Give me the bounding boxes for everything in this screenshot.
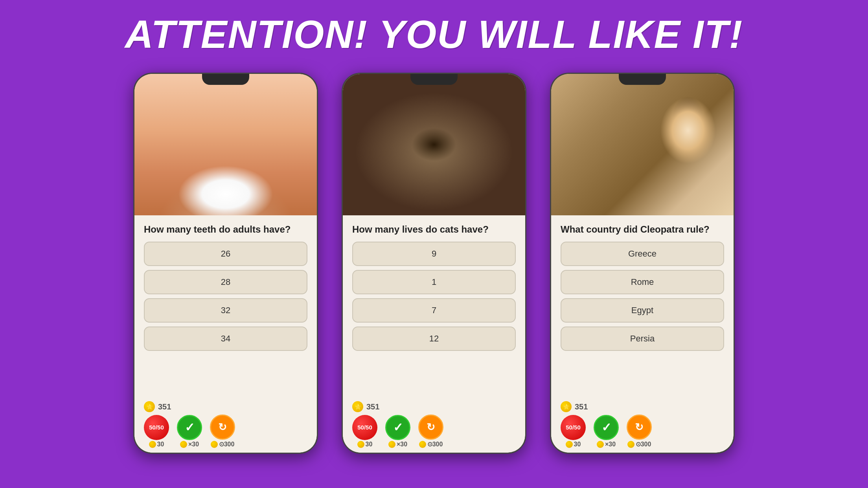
cleopatra-image: [551, 74, 734, 215]
phone-image-2: [343, 74, 525, 215]
cat-image: [343, 74, 525, 215]
answer-3-2[interactable]: Egypt: [561, 298, 724, 323]
answer-3-1[interactable]: Rome: [561, 270, 724, 294]
answer-2-3[interactable]: 12: [352, 327, 516, 351]
powerups-row-3: 50/50 30 ✓ ×30 ↻: [561, 415, 724, 448]
cost-label-5050-2: 30: [366, 441, 373, 448]
phone-screen-3: What country did Cleopatra rule? Greece …: [551, 74, 734, 453]
mini-coin-refresh-1: [211, 441, 218, 448]
powerup-check-1[interactable]: ✓ ×30: [177, 415, 202, 448]
phone-content-1: How many teeth do adults have? 26 28 32 …: [134, 215, 317, 398]
phone-3: What country did Cleopatra rule? Greece …: [550, 73, 735, 454]
phone-2: How many lives do cats have? 9 1 7 12 ⭐ …: [342, 73, 526, 454]
phone-footer-2: ⭐ 351 50/50 30 ✓ ×: [343, 398, 525, 453]
phone-notch-3: [619, 74, 666, 85]
powerup-5050-1[interactable]: 50/50 30: [144, 415, 169, 448]
phone-image-1: [134, 74, 317, 215]
answer-2-0[interactable]: 9: [352, 242, 516, 266]
badge-check-2[interactable]: ✓: [385, 415, 410, 440]
smile-image: [134, 74, 317, 215]
phone-footer-1: ⭐ 351 50/50 30 ✓ ×: [134, 398, 317, 453]
powerups-row-2: 50/50 30 ✓ ×30 ↻: [352, 415, 516, 448]
cost-check-1: ×30: [180, 441, 199, 448]
answer-2-1[interactable]: 1: [352, 270, 516, 294]
cost-label-refresh-3: ⊙300: [636, 440, 651, 448]
powerups-row-1: 50/50 30 ✓ ×30 ↻: [144, 415, 307, 448]
coins-row-3: ⭐ 351: [561, 401, 724, 412]
cost-label-check-2: ×30: [397, 441, 407, 448]
phone-notch-1: [202, 74, 249, 85]
badge-check-3[interactable]: ✓: [594, 415, 619, 440]
cost-label-5050-3: 30: [574, 441, 581, 448]
cost-refresh-3: ⊙300: [627, 440, 651, 448]
coin-icon-3: ⭐: [561, 401, 572, 412]
mini-coin-refresh-2: [419, 441, 426, 448]
powerup-refresh-3[interactable]: ↻ ⊙300: [627, 415, 652, 448]
badge-5050-1[interactable]: 50/50: [144, 415, 169, 440]
powerup-check-2[interactable]: ✓ ×30: [385, 415, 410, 448]
cost-5050-2: 30: [357, 441, 373, 448]
answer-3-3[interactable]: Persia: [561, 327, 724, 351]
badge-refresh-2[interactable]: ↻: [418, 415, 443, 440]
phone-1: How many teeth do adults have? 26 28 32 …: [133, 73, 318, 454]
coin-icon-1: ⭐: [144, 401, 155, 412]
coin-count-2: 351: [366, 402, 379, 411]
mini-coin-3: [566, 441, 573, 448]
badge-5050-3[interactable]: 50/50: [561, 415, 586, 440]
powerup-refresh-1[interactable]: ↻ ⊙300: [210, 415, 235, 448]
cost-label-refresh-1: ⊙300: [219, 440, 235, 448]
badge-check-1[interactable]: ✓: [177, 415, 202, 440]
badge-refresh-3[interactable]: ↻: [627, 415, 652, 440]
mini-coin-check-2: [388, 441, 395, 448]
mini-coin-check-1: [180, 441, 187, 448]
question-3: What country did Cleopatra rule?: [561, 223, 724, 235]
cost-5050-3: 30: [566, 441, 581, 448]
phone-footer-3: ⭐ 351 50/50 30 ✓ ×: [551, 398, 734, 453]
mini-coin-refresh-3: [627, 441, 634, 448]
answer-1-3[interactable]: 34: [144, 327, 307, 351]
coin-count-3: 351: [575, 402, 588, 411]
badge-refresh-1[interactable]: ↻: [210, 415, 235, 440]
phones-container: How many teeth do adults have? 26 28 32 …: [133, 73, 735, 454]
phone-notch-2: [410, 74, 458, 85]
cost-label-5050-1: 30: [157, 441, 164, 448]
cost-check-3: ×30: [597, 441, 616, 448]
powerup-5050-3[interactable]: 50/50 30: [561, 415, 586, 448]
coins-row-2: ⭐ 351: [352, 401, 516, 412]
phone-content-2: How many lives do cats have? 9 1 7 12: [343, 215, 525, 398]
phone-screen-2: How many lives do cats have? 9 1 7 12 ⭐ …: [343, 74, 525, 453]
mini-coin-1: [149, 441, 156, 448]
question-2: How many lives do cats have?: [352, 223, 516, 235]
phone-content-3: What country did Cleopatra rule? Greece …: [551, 215, 734, 398]
coin-count-1: 351: [158, 402, 171, 411]
answer-1-1[interactable]: 28: [144, 270, 307, 294]
powerup-5050-2[interactable]: 50/50 30: [352, 415, 377, 448]
question-1: How many teeth do adults have?: [144, 223, 307, 235]
answer-1-0[interactable]: 26: [144, 242, 307, 266]
cost-check-2: ×30: [388, 441, 407, 448]
main-title: ATTENTION! YOU WILL LIKE IT!: [125, 12, 743, 57]
badge-5050-2[interactable]: 50/50: [352, 415, 377, 440]
cost-label-check-3: ×30: [605, 441, 616, 448]
phone-screen-1: How many teeth do adults have? 26 28 32 …: [134, 74, 317, 453]
cost-label-refresh-2: ⊙300: [427, 440, 443, 448]
cost-refresh-1: ⊙300: [211, 440, 235, 448]
answer-2-2[interactable]: 7: [352, 298, 516, 323]
cost-refresh-2: ⊙300: [419, 440, 443, 448]
coin-icon-2: ⭐: [352, 401, 363, 412]
powerup-refresh-2[interactable]: ↻ ⊙300: [418, 415, 443, 448]
cost-5050-1: 30: [149, 441, 164, 448]
powerup-check-3[interactable]: ✓ ×30: [594, 415, 619, 448]
phone-image-3: [551, 74, 734, 215]
cost-label-check-1: ×30: [188, 441, 199, 448]
answer-3-0[interactable]: Greece: [561, 242, 724, 266]
mini-coin-2: [357, 441, 364, 448]
answer-1-2[interactable]: 32: [144, 298, 307, 323]
mini-coin-check-3: [597, 441, 604, 448]
coins-row-1: ⭐ 351: [144, 401, 307, 412]
